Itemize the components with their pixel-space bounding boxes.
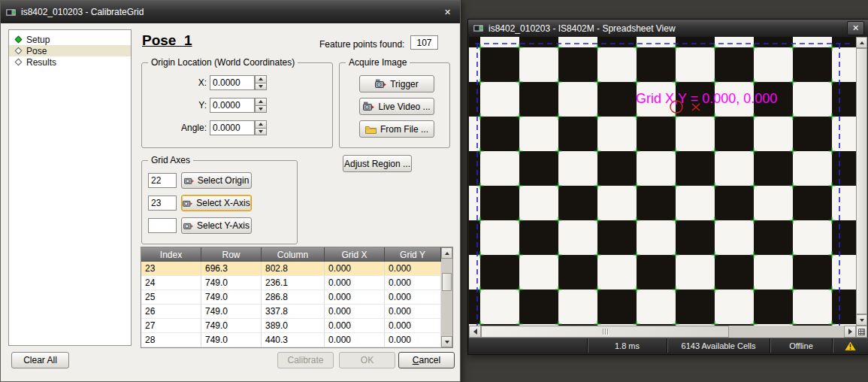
select-origin-button[interactable]: Select Origin [181,172,252,189]
scroll-down-button[interactable] [441,336,452,347]
camera-icon [363,102,374,111]
group-title: Grid Axes [148,155,193,165]
diamond-icon [15,47,23,55]
table-row[interactable]: 24 749.0 236.1 0.000 0.000 [141,276,452,290]
tree-item-setup[interactable]: Setup [9,34,131,45]
cell-grid-x: 0.000 [325,319,385,333]
corner-grid-button[interactable] [856,326,867,338]
image-vscrollbar[interactable] [856,37,867,326]
select-y-axis-button[interactable]: Select Y-Axis [181,217,252,234]
cell-grid-y: 0.000 [385,305,441,319]
origin-angle-spinner [255,120,267,135]
window-title: is8402_010203 - IS8402M - Spreadsheet Vi… [488,23,676,34]
acquire-image-group: Acquire Image Trigger [339,62,450,148]
table-row[interactable]: 27 749.0 389.0 0.000 0.000 [141,319,452,333]
cell-index: 26 [141,305,201,319]
clear-all-button[interactable]: Clear All [11,352,69,368]
cell-index: 27 [141,319,201,333]
origin-x-label: X: [142,75,207,90]
spin-down-button[interactable] [255,83,267,91]
connection-status: Offline [770,338,832,353]
spin-down-button[interactable] [255,106,267,114]
scroll-right-button[interactable] [844,326,856,338]
scroll-thumb[interactable] [442,273,452,291]
table-row[interactable]: 23 696.3 802.8 0.000 0.000 [141,262,452,276]
spin-up-button[interactable] [255,75,267,83]
step-tree: Setup Pose Results [8,29,132,346]
button-label: Trigger [390,79,419,89]
pose-points-table: Index Row Column Grid X Grid Y 23 696.3 … [141,247,453,348]
group-title: Acquire Image [346,57,410,68]
tree-item-pose[interactable]: Pose [9,45,131,56]
y-axis-index-field[interactable] [148,218,177,233]
feature-points-value: 107 [410,35,438,50]
app-icon [5,8,17,17]
scroll-down-button[interactable] [856,314,867,326]
cancel-button[interactable]: Cancel [398,352,455,368]
col-header-grid-x: Grid X [325,247,385,262]
tree-item-results[interactable]: Results [9,56,131,68]
origin-angle-row: Angle: [142,120,326,135]
cell-column: 286.8 [262,290,325,305]
button-label: Cancel [413,355,440,365]
x-axis-index-field[interactable] [148,196,177,211]
spin-up-button[interactable] [255,120,267,129]
window-title: is8402_010203 - CalibrateGrid [21,7,144,17]
cell-column: 337.8 [262,305,325,319]
scroll-up-button[interactable] [441,247,452,259]
button-label: From File ... [380,124,428,135]
calibrate-button[interactable]: Calibrate [277,352,334,368]
origin-index-field[interactable] [148,173,177,188]
trigger-button[interactable]: Trigger [359,75,434,92]
spin-up-button[interactable] [255,98,267,106]
cell-grid-y: 0.000 [385,276,441,290]
table-scrollbar[interactable] [441,247,452,347]
status-warning [832,338,868,353]
calibrate-titlebar[interactable]: is8402_010203 - CalibrateGrid ✕ [1,1,460,23]
origin-angle-label: Angle: [142,120,207,135]
cell-row: 749.0 [201,319,262,333]
origin-y-input[interactable] [210,98,255,113]
cell-index: 28 [141,333,201,347]
table-row[interactable]: 28 749.0 440.3 0.000 0.000 [141,333,452,347]
origin-y-label: Y: [142,98,207,113]
from-file-button[interactable]: From File ... [359,120,434,138]
cell-grid-x: 0.000 [325,290,385,305]
page-title: Pose 1 [142,32,192,49]
adjust-region-button[interactable]: Adjust Region ... [343,155,412,172]
live-video-button[interactable]: Live Video ... [359,98,434,115]
origin-angle-input[interactable] [210,120,255,135]
close-icon[interactable]: ✕ [440,6,455,19]
col-header-column: Column [262,247,325,262]
desktop: is8402_010203 - CalibrateGrid ✕ Setup Po… [0,0,868,382]
table-row[interactable]: 26 749.0 337.8 0.000 0.000 [141,305,452,319]
button-label: Select X-Axis [196,198,250,208]
scroll-up-button[interactable] [856,37,867,48]
cell-grid-y: 0.000 [385,319,441,333]
cell-grid-x: 0.000 [325,305,385,319]
close-icon[interactable]: ✕ [847,21,864,35]
scroll-thumb[interactable] [856,48,867,314]
origin-y-row: Y: [142,98,326,113]
button-label: Calibrate [287,355,323,365]
calibration-image[interactable]: Grid X,Y = 0.000, 0.000 [469,37,856,326]
origin-x-row: X: [142,75,326,90]
tree-item-label: Setup [26,35,50,45]
select-x-axis-button[interactable]: Select X-Axis [181,195,252,211]
table-row[interactable]: 25 749.0 286.8 0.000 0.000 [141,290,452,305]
status-bar: 1.8 ms 6143 Available Cells Offline [469,338,868,353]
app-icon [473,23,484,33]
table-header: Index Row Column Grid X Grid Y [141,247,452,262]
origin-x-input[interactable] [210,75,255,90]
spreadsheet-titlebar[interactable]: is8402_010203 - IS8402M - Spreadsheet Vi… [468,20,868,37]
available-cells: 6143 Available Cells [667,338,770,353]
acquisition-time: 1.8 ms [587,338,667,353]
image-hscrollbar[interactable] [469,326,856,338]
ok-button[interactable]: OK [339,352,395,368]
scroll-thumb[interactable] [481,326,729,338]
feature-crosses [469,37,856,326]
cell-grid-x: 0.000 [325,262,385,276]
cell-row: 749.0 [201,276,262,290]
scroll-left-button[interactable] [469,326,481,338]
spin-down-button[interactable] [255,129,267,136]
